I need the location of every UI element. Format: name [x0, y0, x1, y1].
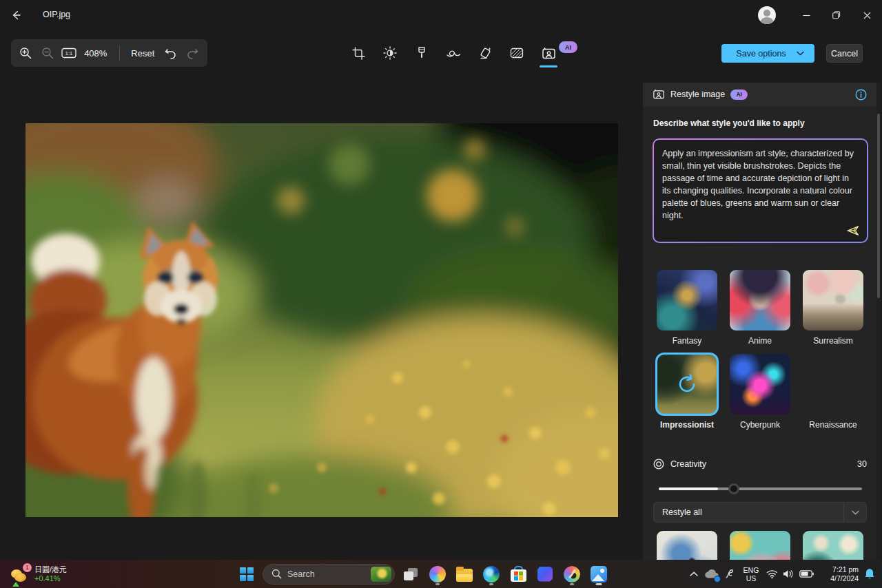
zoom-toolbar: 1:1 408% Reset	[11, 39, 207, 67]
describe-label: Describe what style you'd like to apply	[653, 118, 805, 128]
restyle-panel: Restyle image AI Describe what style you…	[643, 83, 876, 560]
windows-logo-icon	[240, 567, 254, 581]
adjust-tool-button[interactable]	[374, 39, 406, 67]
photos-icon	[591, 566, 607, 582]
restyle-image-icon	[542, 47, 556, 60]
slider-handle[interactable]	[728, 483, 739, 494]
style-cyberpunk-thumb[interactable]	[730, 354, 790, 414]
erase-tool-button[interactable]	[469, 39, 501, 67]
creativity-slider[interactable]	[659, 483, 862, 494]
tray-chevron-button[interactable]	[685, 562, 703, 587]
cancel-button[interactable]: Cancel	[826, 44, 863, 63]
notifications-button[interactable]	[860, 562, 879, 587]
restore-button[interactable]	[821, 0, 852, 30]
close-icon	[863, 12, 871, 19]
style-anime-thumb[interactable]	[730, 270, 790, 330]
style-renaissance-thumb[interactable]	[803, 354, 863, 414]
style-renaissance[interactable]: Renaissance	[803, 354, 863, 438]
office-button[interactable]	[534, 563, 556, 585]
undo-button[interactable]	[160, 42, 181, 64]
actual-size-button[interactable]: 1:1	[59, 42, 80, 64]
taskbar-apps: Search	[236, 563, 610, 585]
zoom-out-button[interactable]	[37, 42, 58, 64]
taskbar-search[interactable]: Search	[263, 564, 395, 585]
store-button[interactable]	[507, 563, 529, 585]
running-indicator	[570, 583, 574, 585]
prompt-text[interactable]: Apply an impressionism art style, charac…	[662, 147, 857, 221]
currency-change: +0.41%	[34, 574, 67, 583]
microsoft-365-icon	[537, 567, 553, 582]
style-fantasy-thumb[interactable]	[657, 270, 717, 330]
battery-button[interactable]	[797, 562, 816, 587]
start-button[interactable]	[236, 563, 258, 585]
back-button[interactable]	[6, 6, 26, 25]
task-view-button[interactable]	[400, 563, 422, 585]
language-switcher[interactable]: ENG US	[739, 562, 763, 587]
file-title: OIP.jpg	[43, 10, 70, 19]
creativity-icon	[653, 459, 664, 470]
paint-button[interactable]	[561, 563, 583, 585]
style-surrealism-thumb[interactable]	[803, 270, 863, 330]
prompt-input[interactable]: Apply an impressionism art style, charac…	[654, 140, 867, 242]
scrollbar-thumb[interactable]	[877, 114, 880, 298]
widgets-button[interactable]: 1 日圓/港元 +0.41%	[4, 561, 72, 587]
style-label: Anime	[748, 336, 772, 346]
ai-badge: AI	[559, 41, 577, 53]
date-text: 4/7/2024	[830, 574, 859, 583]
crop-tool-button[interactable]	[342, 39, 374, 67]
ai-badge: AI	[730, 90, 748, 100]
background-icon	[510, 47, 524, 59]
photo-canvas[interactable]	[25, 123, 618, 517]
close-button[interactable]	[852, 0, 882, 30]
zoom-in-button[interactable]	[15, 42, 37, 64]
restyle-all-dropdown[interactable]: Restyle all	[653, 502, 867, 523]
task-view-icon	[404, 568, 418, 580]
clock[interactable]: 7:21 pm 4/7/2024	[816, 562, 860, 587]
running-indicator-active	[596, 583, 602, 585]
file-explorer-button[interactable]	[453, 563, 475, 585]
search-highlight-image[interactable]	[371, 567, 391, 582]
restore-icon	[832, 11, 841, 19]
actual-size-icon: 1:1	[61, 48, 76, 59]
dog-painting	[25, 123, 618, 517]
time-text: 7:21 pm	[832, 565, 859, 574]
style-surrealism[interactable]: Surrealism	[803, 270, 863, 354]
send-button[interactable]	[846, 225, 860, 236]
background-tool-button[interactable]	[501, 39, 533, 67]
volume-button[interactable]	[780, 562, 797, 587]
style-fantasy[interactable]: Fantasy	[657, 270, 717, 354]
copilot-button[interactable]	[427, 563, 449, 585]
markup-tool-button[interactable]	[438, 39, 469, 67]
creativity-label: Creativity	[670, 459, 706, 469]
style-cyberpunk[interactable]: Cyberpunk	[730, 354, 790, 438]
style-impressionist[interactable]: Impressionist	[657, 354, 717, 438]
edge-button[interactable]	[480, 563, 502, 585]
account-avatar[interactable]	[758, 6, 776, 24]
volume-icon	[783, 569, 794, 578]
notification-bell-icon	[864, 568, 875, 580]
markup-pen-icon	[446, 47, 461, 59]
send-icon	[846, 225, 860, 236]
photos-button[interactable]	[588, 563, 610, 585]
brightness-icon	[383, 46, 397, 60]
pen-button[interactable]	[721, 562, 739, 587]
search-icon	[271, 569, 282, 579]
style-anime[interactable]: Anime	[730, 270, 790, 354]
style-impressionist-thumb[interactable]	[655, 353, 719, 416]
wifi-button[interactable]	[763, 562, 780, 587]
save-options-button[interactable]: Save options	[721, 44, 814, 63]
slider-fill	[659, 487, 718, 490]
zoom-out-icon	[41, 47, 54, 60]
crop-icon	[352, 47, 365, 60]
minimize-button[interactable]	[791, 0, 821, 30]
panel-scrollbar[interactable]	[876, 83, 881, 560]
eraser-icon	[478, 46, 492, 60]
redo-button[interactable]	[182, 42, 203, 64]
filter-tool-button[interactable]	[406, 39, 438, 67]
undo-icon	[164, 47, 177, 59]
info-button[interactable]	[855, 89, 867, 101]
reset-zoom-button[interactable]: Reset	[125, 45, 160, 61]
chevron-down-icon[interactable]	[844, 510, 866, 515]
filter-brush-icon	[416, 46, 428, 60]
onedrive-button[interactable]	[703, 562, 721, 587]
